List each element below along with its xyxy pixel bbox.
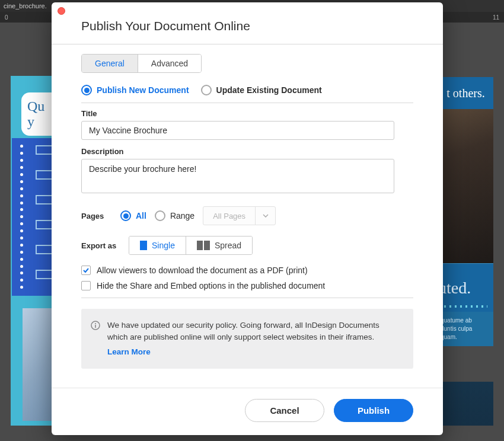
tab-advanced[interactable]: Advanced [138, 55, 201, 72]
export-single[interactable]: Single [129, 237, 186, 254]
radio-pages-range[interactable]: Range [155, 210, 194, 221]
chevron-down-icon [255, 207, 275, 225]
document-tab-fragment: cine_brochure. [0, 0, 50, 12]
radio-label: Range [170, 211, 194, 220]
svg-point-1 [95, 323, 96, 324]
dot-column [17, 138, 26, 296]
publish-online-dialog: Publish Your Document Online General Adv… [52, 2, 443, 435]
tab-general[interactable]: General [82, 55, 138, 72]
checkbox-allow-download[interactable]: Allow viewers to download the document a… [81, 266, 413, 275]
radio-icon [120, 210, 131, 221]
radio-icon [155, 210, 165, 221]
publish-mode-group: Publish New Document Update Existing Doc… [81, 85, 413, 95]
radio-update-existing[interactable]: Update Existing Document [201, 85, 322, 95]
close-button[interactable] [58, 7, 65, 15]
radio-pages-all[interactable]: All [120, 210, 146, 221]
headline-text: uted. [438, 279, 471, 298]
info-panel: We have updated our security policy. Goi… [81, 309, 413, 369]
ruler-mark-left: 0 [5, 14, 8, 21]
title-input[interactable] [81, 121, 394, 140]
export-label: Export as [81, 241, 120, 250]
export-spread-label: Spread [215, 241, 241, 250]
radio-icon [201, 85, 212, 95]
description-label: Description [81, 147, 413, 156]
single-page-icon [140, 241, 147, 250]
divider [81, 103, 413, 103]
tabs: General Advanced [81, 54, 202, 73]
divider [81, 298, 413, 298]
checkbox-hide-share[interactable]: Hide the Share and Embed options in the … [81, 281, 413, 290]
title-label: Title [81, 109, 413, 118]
radio-label: Update Existing Document [216, 85, 322, 95]
caption-line: quatume ab [441, 317, 490, 325]
description-input[interactable]: Describe your brochure here! [81, 159, 394, 193]
pages-label: Pages [81, 212, 112, 220]
export-row: Export as Single Spread [81, 236, 413, 255]
cancel-button[interactable]: Cancel [245, 399, 324, 422]
info-icon [91, 321, 100, 330]
export-spread[interactable]: Spread [186, 237, 252, 254]
checkbox-label: Allow viewers to download the document a… [97, 266, 308, 275]
select-value: All Pages [203, 207, 255, 225]
checkbox-icon [81, 266, 91, 275]
checkbox-icon [81, 281, 91, 290]
info-text: We have updated our security policy. Goi… [107, 319, 399, 343]
dialog-body: General Advanced Publish New Document Up… [52, 44, 443, 388]
caption-line: duntis culpa [441, 325, 490, 333]
publish-button[interactable]: Publish [334, 399, 413, 422]
pages-row: Pages All Range All Pages [81, 206, 413, 225]
right-top-text: t others. [446, 87, 484, 100]
learn-more-link[interactable]: Learn More [107, 346, 151, 358]
radio-label: All [136, 211, 146, 220]
export-single-label: Single [152, 241, 175, 250]
export-segmented: Single Spread [129, 236, 253, 255]
ruler-mark-right: 11 [493, 14, 499, 21]
svg-rect-2 [95, 325, 96, 328]
checkbox-label: Hide the Share and Embed options in the … [97, 281, 325, 290]
spread-page-icon [197, 241, 210, 250]
dialog-title: Publish Your Document Online [52, 2, 443, 44]
pages-range-select: All Pages [203, 206, 276, 225]
radio-label: Publish New Document [97, 85, 189, 95]
caption-line: quam. [441, 333, 490, 341]
radio-icon [81, 85, 92, 95]
dialog-footer: Cancel Publish [52, 388, 443, 435]
radio-publish-new[interactable]: Publish New Document [81, 85, 189, 95]
